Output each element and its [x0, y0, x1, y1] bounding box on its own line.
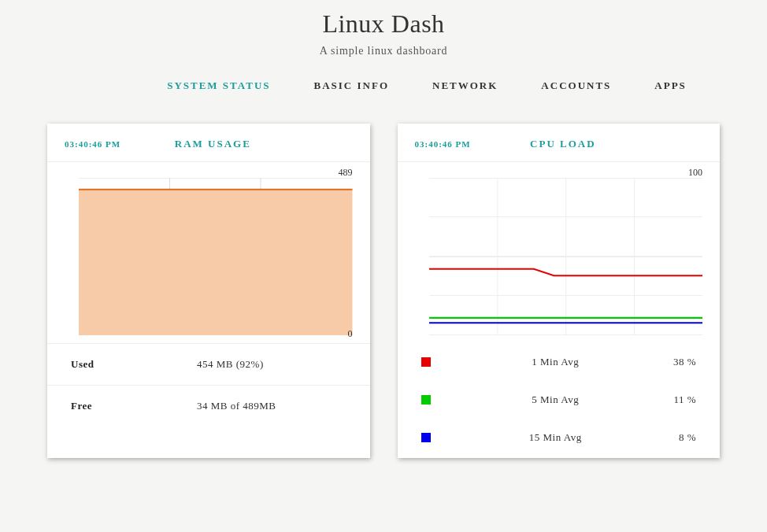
svg-rect-5 — [79, 190, 353, 335]
legend-5min-value: 11 % — [649, 393, 696, 406]
cpu-card-header: 03:40:46 PM CPU LOAD — [398, 124, 721, 162]
page-title: Linux Dash — [0, 9, 767, 39]
cpu-y-max: 100 — [688, 167, 702, 179]
ram-chart-svg — [79, 178, 353, 335]
cpu-legend-5min: 5 Min Avg 11 % — [398, 381, 721, 419]
ram-chart: 489 0 — [79, 178, 353, 335]
ram-timestamp: 03:40:46 PM — [65, 139, 120, 149]
ram-free-value: 34 MB of 489MB — [150, 400, 346, 412]
nav-tabs: SYSTEM STATUS BASIC INFO NETWORK ACCOUNT… — [0, 79, 767, 92]
ram-used-value: 454 MB (92%) — [150, 358, 346, 371]
legend-1min-value: 38 % — [649, 356, 696, 368]
tab-accounts[interactable]: ACCOUNTS — [541, 79, 611, 92]
cpu-chart: 100 — [429, 178, 703, 335]
legend-15min-label: 15 Min Avg — [439, 431, 650, 444]
tab-basic-info[interactable]: BASIC INFO — [314, 79, 390, 92]
cpu-chart-svg — [429, 178, 703, 335]
legend-15min-value: 8 % — [649, 431, 696, 444]
cpu-legend-15min: 15 Min Avg 8 % — [398, 419, 721, 456]
ram-card-header: 03:40:46 PM RAM USAGE — [47, 124, 370, 162]
card-container: 03:40:46 PM RAM USAGE 489 0 Used 454 MB … — [0, 92, 767, 458]
header: Linux Dash A simple linux dashboard — [0, 0, 767, 57]
cpu-card-title: CPU LOAD — [471, 138, 702, 150]
ram-free-row: Free 34 MB of 489MB — [47, 385, 370, 427]
ram-used-row: Used 454 MB (92%) — [47, 343, 370, 385]
legend-5min-label: 5 Min Avg — [439, 393, 650, 406]
ram-used-label: Used — [71, 358, 150, 371]
tab-apps[interactable]: APPS — [654, 79, 687, 92]
cpu-legend-1min: 1 Min Avg 38 % — [398, 343, 721, 381]
ram-y-max: 489 — [339, 167, 353, 179]
legend-1min-label: 1 Min Avg — [439, 356, 650, 368]
cpu-load-card: 03:40:46 PM CPU LOAD 100 — [398, 124, 721, 458]
ram-y-min: 0 — [348, 328, 353, 340]
swatch-15min — [421, 433, 431, 442]
ram-free-label: Free — [71, 400, 150, 412]
tab-system-status[interactable]: SYSTEM STATUS — [167, 79, 270, 92]
swatch-5min — [421, 395, 431, 405]
page-subtitle: A simple linux dashboard — [0, 45, 767, 57]
ram-usage-card: 03:40:46 PM RAM USAGE 489 0 Used 454 MB … — [47, 124, 370, 458]
cpu-timestamp: 03:40:46 PM — [415, 139, 471, 149]
tab-network[interactable]: NETWORK — [432, 79, 498, 92]
ram-card-title: RAM USAGE — [120, 138, 352, 150]
swatch-1min — [421, 357, 431, 367]
